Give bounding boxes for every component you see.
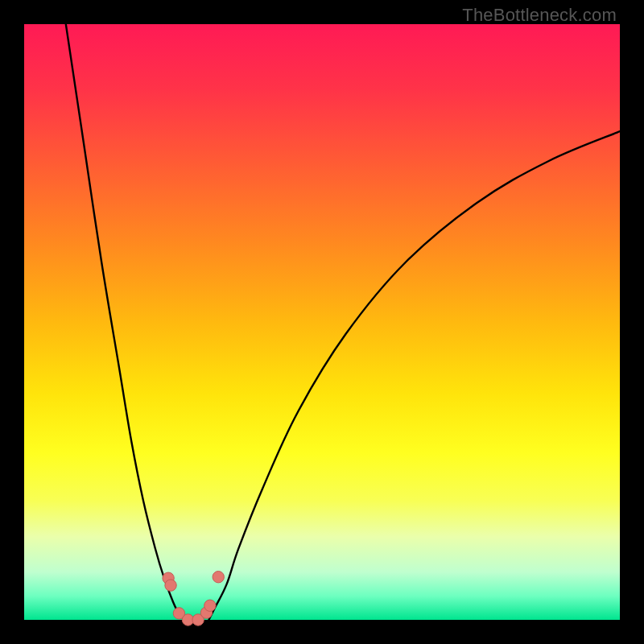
marker-point — [165, 580, 176, 591]
plot-area — [24, 24, 620, 620]
right-branch-curve — [208, 131, 620, 620]
chart-frame: TheBottleneck.com — [0, 0, 644, 644]
marker-point — [204, 600, 216, 611]
watermark-text: TheBottleneck.com — [462, 5, 617, 26]
curve-layer — [24, 24, 620, 620]
marker-point — [213, 572, 224, 583]
left-branch-curve — [66, 24, 185, 620]
